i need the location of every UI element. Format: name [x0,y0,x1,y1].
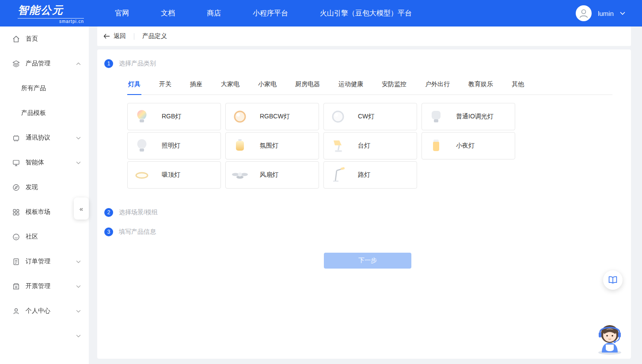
docs-floating-button[interactable] [603,270,623,290]
product-card-rgb[interactable]: RGB灯 [127,103,221,130]
sidebar-item-invoice-management[interactable]: 开票管理 [0,274,89,299]
sidebar-item-label: 产品模板 [21,109,46,117]
logo[interactable]: 智能公元 smartpi.cn [18,3,84,24]
product-card-rgbcw[interactable]: RGBCW灯 [225,103,319,130]
tab-kitchen-appliance[interactable]: 厨房电器 [294,78,321,95]
nav-item-official-site[interactable]: 官网 [115,9,129,18]
product-definition-card: 1 选择产品类别 灯具 开关 插座 大家电 小家电 厨房电器 运动健康 安防监控… [97,49,631,359]
tab-education-entertainment[interactable]: 教育娱乐 [467,78,494,95]
product-card-lighting[interactable]: 照明灯 [127,132,221,159]
sidebar-item-label: 通讯协议 [26,134,50,142]
nav-item-volcengine[interactable]: 火山引擎（豆包大模型）平台 [320,9,412,18]
user-icon [12,307,20,315]
community-icon [12,233,20,241]
monitor-icon [12,159,20,167]
product-card-desk-lamp[interactable]: 台灯 [323,132,417,159]
layers-icon [12,60,20,68]
step-2-number: 2 [104,208,113,217]
tab-security-monitoring[interactable]: 安防监控 [381,78,407,95]
chevron-down-icon [76,334,81,337]
rgbcw-bulb-icon [231,108,249,125]
invoice-icon [12,283,20,290]
step-3-row: 3 填写产品信息 [104,228,631,236]
page-toolbar: 返回 产品定义 [97,27,631,46]
sidebar-item-label: 所有产品 [21,84,46,92]
user-menu-chevron-down-icon[interactable] [620,11,625,15]
sidebar-item-label: 个人中心 [26,307,50,315]
market-icon [12,209,20,216]
sidebar-item-personal-center[interactable]: 个人中心 [0,299,89,323]
tab-large-appliance[interactable]: 大家电 [220,78,240,95]
chevron-down-icon [76,161,81,164]
product-label: RGBCW灯 [260,113,290,121]
desk-lamp-icon [329,137,347,155]
tab-sport-health[interactable]: 运动健康 [338,78,364,95]
nav-item-miniprogram[interactable]: 小程序平台 [253,9,288,18]
sidebar-item-label: 模板市场 [26,208,50,216]
logo-title: 智能公元 [18,3,84,17]
tab-switch[interactable]: 开关 [158,78,172,95]
product-card-night-light[interactable]: 小夜灯 [422,132,515,159]
rgb-bulb-icon [133,108,151,125]
product-card-ambient[interactable]: 氛围灯 [225,132,319,159]
product-card-io-dimmer[interactable]: 普通IO调光灯 [422,103,515,130]
sidebar-item-order-management[interactable]: 订单管理 [0,249,89,274]
tab-small-appliance[interactable]: 小家电 [257,78,277,95]
product-card-cw[interactable]: CW灯 [323,103,417,130]
product-label: 吸顶灯 [162,171,180,179]
product-label: 氛围灯 [260,142,278,150]
product-label: 风扇灯 [260,171,278,179]
sidebar-item-discover[interactable]: 发现 [0,175,89,200]
avatar[interactable] [576,5,592,21]
chip-icon [12,134,20,142]
step-1-label: 选择产品类别 [119,60,156,68]
page-title: 产品定义 [142,32,167,40]
sidebar-item-label: 首页 [26,35,38,43]
arrow-left-icon [103,34,110,39]
sidebar-item-communication-protocol[interactable]: 通讯协议 [0,125,89,150]
ceiling-lamp-icon [133,166,151,184]
nav-item-docs[interactable]: 文档 [161,9,175,18]
product-card-fan-lamp[interactable]: 风扇灯 [225,161,319,189]
product-label: 照明灯 [162,142,180,150]
fan-lamp-icon [231,166,249,184]
top-header: 智能公元 smartpi.cn 官网 文档 商店 小程序平台 火山引擎（豆包大模… [0,0,642,27]
product-label: 台灯 [358,142,370,150]
tab-outdoor[interactable]: 户外出行 [424,78,451,95]
sidebar-item-agent[interactable]: 智能体 [0,150,89,175]
chevron-up-icon [76,62,81,65]
street-lamp-icon [329,166,347,184]
assistant-mascot[interactable] [593,320,627,355]
product-card-ceiling-lamp[interactable]: 吸顶灯 [127,161,221,189]
back-button[interactable]: 返回 [103,32,126,40]
sidebar-item-product-templates[interactable]: 产品模板 [0,101,89,125]
avatar-person-icon [578,8,589,19]
step-3-number: 3 [104,228,113,236]
sidebar-item-label: 订单管理 [26,258,50,265]
tab-socket[interactable]: 插座 [189,78,203,95]
cw-bulb-icon [329,108,347,125]
compass-icon [12,184,20,191]
io-dimmer-bulb-icon [427,108,445,125]
product-grid: RGB灯 RGBCW灯 CW灯 [127,103,631,189]
sidebar-item-community[interactable]: 社区 [0,224,89,249]
step-2-label: 选择场景/模组 [119,209,158,216]
username[interactable]: lumin [598,10,614,17]
sidebar-item-label: 社区 [26,233,38,241]
tab-lighting[interactable]: 灯具 [127,78,141,95]
next-step-button[interactable]: 下一步 [324,253,411,269]
main-content: 返回 产品定义 1 选择产品类别 灯具 开关 插座 大家电 小家电 厨房电器 运… [89,27,642,364]
order-icon [12,258,20,265]
sidebar-item-extra[interactable] [0,323,89,348]
nav-item-store[interactable]: 商店 [207,9,221,18]
product-card-street-lamp[interactable]: 路灯 [323,161,417,189]
tab-other[interactable]: 其他 [511,78,525,95]
sidebar-item-home[interactable]: 首页 [0,27,89,51]
sidebar-item-product-management[interactable]: 产品管理 [0,51,89,76]
sidebar-item-all-products[interactable]: 所有产品 [0,76,89,101]
sidebar-collapse-handle[interactable]: « [74,197,89,220]
night-light-icon [427,137,445,155]
step-3-label: 填写产品信息 [119,228,156,236]
category-tabs: 灯具 开关 插座 大家电 小家电 厨房电器 运动健康 安防监控 户外出行 教育娱… [127,78,612,95]
toolbar-divider [134,33,134,40]
